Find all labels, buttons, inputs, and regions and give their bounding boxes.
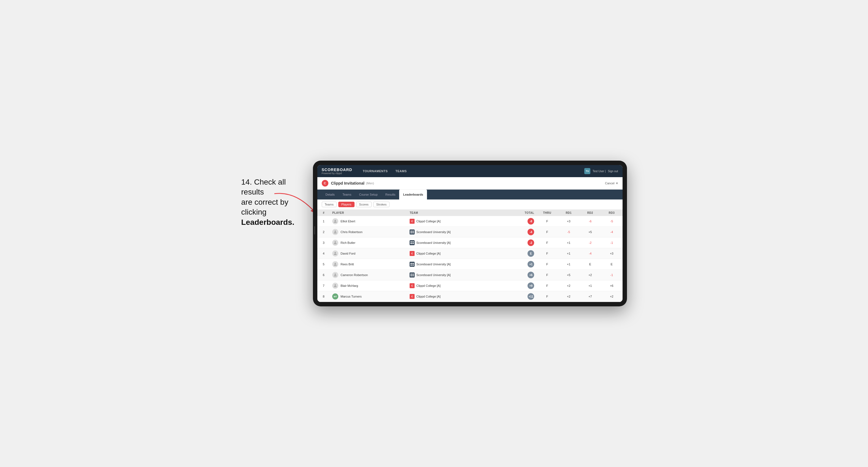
player-name: Cameron Robertson [340,273,368,277]
filter-teams[interactable]: Teams [322,202,337,207]
cell-rd2: +5 [579,227,601,238]
nav-teams[interactable]: TEAMS [392,165,410,177]
team-logo [410,262,414,267]
player-avatar [332,250,338,256]
leaderboard-table: # PLAYER TEAM TOTAL THRU RD1 RD2 RD3 1El… [317,210,623,302]
score-badge: E [528,250,534,257]
cell-rd3: E [601,259,622,270]
svg-rect-4 [412,230,414,232]
team-name: Clippd College [A] [416,252,440,255]
cell-player: Chris Robertson [330,227,407,238]
player-avatar: MT [332,293,338,300]
score-badge: -8 [528,218,534,224]
filter-players[interactable]: Players [338,202,354,207]
svg-point-13 [335,263,336,264]
col-rd3: RD3 [601,210,622,216]
tab-leaderboards[interactable]: Leaderboards [399,190,427,199]
tablet-screen: SCOREBOARD Powered by clippd TOURNAMENTS… [317,165,623,302]
cell-thru: F [536,291,558,302]
team-name: Scoreboard University [A] [416,262,451,266]
table-row: 6Cameron RobertsonScoreboard University … [317,270,623,280]
player-name: Rees Britt [340,262,354,266]
filter-scores[interactable]: Scores [356,202,372,207]
logo-sub: Powered by clippd [322,172,352,175]
col-total: TOTAL [511,210,537,216]
table-body: 1Elliot EbertCClippd College [A]-8F+3-6-… [317,216,623,302]
page-wrapper: 14. Check all results are correct by cli… [241,161,627,306]
tab-results[interactable]: Results [381,190,399,199]
tab-course-setup[interactable]: Course Setup [355,190,381,199]
score-badge: +1 [528,261,534,268]
team-name: Scoreboard University [A] [416,241,451,244]
instruction-bold: Leaderboards. [241,218,294,226]
svg-point-18 [335,274,336,275]
cancel-button[interactable]: Cancel ✕ [605,182,618,185]
svg-rect-20 [412,274,414,275]
svg-rect-8 [410,241,412,243]
cell-total: +11 [511,291,537,302]
team-name: Scoreboard University [A] [416,230,451,234]
cell-rd2: -2 [579,238,601,248]
cell-thru: F [536,259,558,270]
score-badge: +11 [528,293,534,300]
cell-player: Blair McHarg [330,280,407,291]
player-name: Elliot Ebert [340,220,355,223]
cancel-icon: ✕ [616,182,618,185]
cell-rd3: -4 [601,227,622,238]
player-name: Chris Robertson [340,230,362,234]
cell-rank: 1 [317,216,330,227]
cell-player: Cameron Robertson [330,270,407,280]
player-name: Marcus Turners [340,295,362,298]
cell-rd2: -6 [579,216,601,227]
user-avatar: TU [584,168,590,174]
cell-rd1: +2 [558,291,579,302]
cell-team: CClippd College [A] [407,280,511,291]
tablet-frame: SCOREBOARD Powered by clippd TOURNAMENTS… [313,161,627,306]
svg-rect-17 [412,264,414,266]
team-logo: C [410,219,414,224]
filter-strokes[interactable]: Strokes [373,202,390,207]
cell-rd2: E [579,259,601,270]
cell-player: Rees Britt [330,259,407,270]
team-name: Clippd College [A] [416,295,440,298]
svg-rect-5 [410,232,412,234]
top-nav: SCOREBOARD Powered by clippd TOURNAMENTS… [317,165,623,177]
table-row: 3Rich ButlerScoreboard University [A]-2F… [317,238,623,248]
cell-team: CClippd College [A] [407,291,511,302]
cell-rd1: +1 [558,259,579,270]
svg-rect-9 [412,241,414,243]
cell-total: -8 [511,216,537,227]
player-name: Blair McHarg [340,284,358,287]
team-logo: C [410,251,414,256]
player-avatar [332,229,338,235]
tab-details[interactable]: Details [322,190,339,199]
player-avatar [332,218,338,224]
sub-nav: Details Teams Course Setup Results Leade… [317,190,623,199]
cell-rank: 2 [317,227,330,238]
cell-rd3: +3 [601,248,622,259]
score-badge: -4 [528,229,534,235]
svg-point-23 [335,284,336,286]
cell-thru: F [536,216,558,227]
instruction-block: 14. Check all results are correct by cli… [241,161,313,227]
col-rd2: RD2 [579,210,601,216]
score-badge: +9 [528,282,534,289]
nav-signout-link[interactable]: Sign out [608,170,618,173]
cell-rank: 3 [317,238,330,248]
team-logo [410,240,414,245]
cell-thru: F [536,227,558,238]
svg-rect-11 [412,243,414,244]
nav-tournaments[interactable]: TOURNAMENTS [359,165,392,177]
score-badge: -2 [528,240,534,246]
cell-rd1: +1 [558,238,579,248]
cell-total: +1 [511,259,537,270]
cell-thru: F [536,270,558,280]
table-row: 2Chris RobertsonScoreboard University [A… [317,227,623,238]
cell-rd1: +3 [558,216,579,227]
cell-rd2: -4 [579,248,601,259]
col-rd1: RD1 [558,210,579,216]
tab-teams[interactable]: Teams [339,190,355,199]
player-avatar [332,240,338,246]
svg-point-7 [335,241,336,243]
cell-rd1: +1 [558,248,579,259]
